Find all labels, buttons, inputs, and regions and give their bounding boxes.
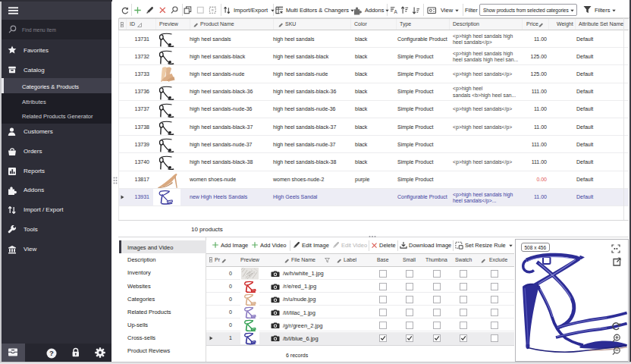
svg-text:?: ? [49, 349, 54, 357]
svg-text:A: A [394, 9, 398, 14]
